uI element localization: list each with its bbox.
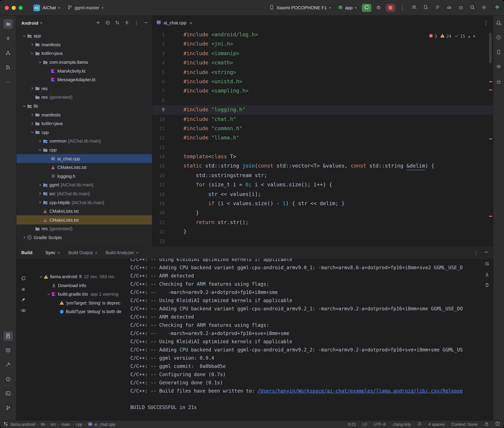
close-icon[interactable]: ×	[95, 250, 97, 255]
tool-strip-app-inspection-icon[interactable]	[495, 77, 503, 86]
code-line-12[interactable]: 12#include "llama.h"	[152, 133, 493, 143]
app-inspection-button[interactable]	[456, 4, 465, 12]
chevron-down-icon[interactable]	[46, 292, 51, 296]
tree-item-ggml[interactable]: ggml[AiChat.lib.main]	[17, 181, 152, 189]
gemini-assistant-button[interactable]	[494, 4, 500, 11]
code-line-14[interactable]: 14template<class T>	[152, 152, 493, 162]
tool-strip-version-control-icon[interactable]	[3, 403, 13, 412]
indent-widget[interactable]: 4 spaces	[428, 422, 445, 427]
tree-item-logging-h[interactable]: Hlogging.h	[17, 172, 152, 181]
tool-strip-structure-icon[interactable]	[3, 48, 13, 58]
clang-tidy-widget[interactable]: .clang-tidy	[392, 422, 411, 427]
tree-item-cmakelists-txt[interactable]: CMakeLists.txt	[17, 216, 152, 224]
breadcrumb-item[interactable]: main	[61, 422, 70, 427]
caret-position-widget[interactable]: 9:21	[348, 422, 356, 427]
build-output-path-link[interactable]: /Users/hanyin/Workspace/ai-chat/examples…	[257, 388, 463, 394]
error-stripe-mark[interactable]	[489, 216, 492, 217]
code-line-21[interactable]: 21 return str.str();	[152, 218, 493, 227]
next-problem-icon[interactable]: ▼	[473, 34, 475, 38]
build-console[interactable]: C/C++: -- Using KleidiAI optimized kerne…	[130, 259, 479, 420]
code-line-2[interactable]: 2#include <jni.h>	[152, 40, 493, 49]
chevron-down-icon[interactable]	[29, 51, 35, 56]
code-line-5[interactable]: 5#include <string>	[152, 68, 493, 77]
debug-button[interactable]	[374, 4, 383, 12]
chevron-right-icon[interactable]	[37, 200, 43, 205]
code-line-6[interactable]: 6#include <unistd.h>	[152, 77, 493, 86]
code-line-10[interactable]: 10#include "chat.h"	[152, 115, 493, 124]
tree-item-messageadapter-kt[interactable]: MessageAdapter.kt	[17, 75, 152, 84]
tree-item-lib[interactable]: lib	[17, 102, 152, 110]
code-line-18[interactable]: 18 str << values[i];	[152, 189, 493, 199]
build-tree-item[interactable]: build.gradle.ktsapp 1 warning	[31, 290, 130, 298]
build-tab-build-output[interactable]: Build Output×	[64, 247, 102, 259]
code-editor[interactable]: 1#include <android/log.h>2#include <jni.…	[152, 30, 493, 246]
chevron-right-icon[interactable]	[29, 113, 35, 117]
minimize-window-button[interactable]	[12, 6, 16, 10]
stop-button[interactable]	[386, 4, 395, 12]
tree-item-res[interactable]: res(generated)	[17, 93, 152, 102]
logcat-toolbar-button[interactable]	[433, 4, 442, 12]
soft-wrap-icon[interactable]	[485, 261, 489, 268]
code-line-16[interactable]: 16 std::ostringstream str;	[152, 171, 493, 180]
tree-item-cmakelists-txt[interactable]: CMakeLists.txt	[17, 207, 152, 216]
build-options-icon[interactable]: ⋮	[474, 250, 478, 255]
code-line-4[interactable]: 4#include <cmath>	[152, 58, 493, 68]
tree-item-cpp[interactable]: cpp	[17, 128, 152, 137]
run-configuration-selector[interactable]: app ▾	[336, 4, 359, 12]
close-icon[interactable]: ×	[58, 250, 60, 255]
tree-item-res[interactable]: res(generated)	[17, 224, 152, 233]
tab-bar-options-icon[interactable]: ⋮	[483, 19, 493, 26]
locate-file-icon[interactable]	[105, 20, 110, 26]
indent-settings-icon[interactable]	[417, 421, 422, 427]
chevron-right-icon[interactable]	[29, 121, 35, 125]
code-line-11[interactable]: 11#include "common.h"	[152, 124, 493, 133]
rerun-button[interactable]	[362, 4, 371, 12]
device-mirroring-button[interactable]	[421, 4, 430, 12]
stop-sync-icon[interactable]	[21, 287, 25, 293]
tree-item-com-example-llama[interactable]: com.example.llama	[17, 58, 152, 67]
chevron-down-icon[interactable]	[37, 148, 43, 152]
code-line-8[interactable]: 8	[152, 96, 493, 105]
build-tree-item[interactable]: llama.android: fi22 sec, 583 ms	[31, 272, 130, 281]
code-line-15[interactable]: 15static std::string join(const std::vec…	[152, 162, 493, 171]
breadcrumb-item[interactable]: cpp	[76, 422, 83, 427]
build-tab-build-analyzer[interactable]: Build Analyzer×	[102, 247, 143, 259]
tree-item-gradle-scripts[interactable]: GGradle Scripts	[17, 233, 152, 242]
clear-all-icon[interactable]	[485, 283, 489, 289]
problems-indicator-icon[interactable]	[495, 421, 500, 427]
profiler-button[interactable]	[445, 4, 453, 12]
editor-scrollbar[interactable]	[489, 33, 492, 63]
breadcrumb-item[interactable]: C+ai_chat.cpp	[88, 422, 115, 427]
tree-item-common[interactable]: common[AiChat.lib.main]	[17, 137, 152, 145]
code-line-9[interactable]: 9#include "logging.h"	[152, 105, 493, 115]
error-stripe-mark[interactable]	[489, 81, 492, 82]
settings-button[interactable]	[480, 4, 488, 12]
change-stripe-mark[interactable]	[489, 138, 492, 140]
code-line-13[interactable]: 13	[152, 143, 493, 152]
close-tab-icon[interactable]: ×	[189, 20, 192, 25]
tool-strip-more-tool-windows-icon[interactable]: ⋯	[3, 77, 13, 86]
add-icon[interactable]	[96, 20, 101, 26]
tree-item-kotlin-java[interactable]: kotlin+java	[17, 119, 152, 128]
chevron-right-icon[interactable]	[37, 183, 43, 187]
tree-item-ai-chat-cpp[interactable]: C+ai_chat.cpp	[17, 154, 152, 163]
close-window-button[interactable]	[5, 6, 9, 10]
prev-problem-icon[interactable]: ▲	[468, 34, 470, 38]
code-line-3[interactable]: 3#include <iomanip>	[152, 49, 493, 58]
scroll-to-end-icon[interactable]	[485, 272, 489, 278]
tree-item-app[interactable]: app	[17, 32, 152, 40]
more-actions-button[interactable]: ⋮	[398, 4, 407, 12]
pin-icon[interactable]	[21, 297, 26, 304]
chevron-down-icon[interactable]	[29, 130, 35, 134]
editor-tab-ai-chat-cpp[interactable]: C+ ai_chat.cpp ×	[152, 16, 196, 30]
tool-strip-project-icon[interactable]	[3, 19, 13, 29]
chevron-down-icon[interactable]	[37, 60, 43, 64]
chevron-down-icon[interactable]	[21, 104, 27, 108]
tree-item-mainactivity-kt[interactable]: MainActivity.kt	[17, 67, 152, 75]
chevron-right-icon[interactable]	[29, 43, 35, 47]
tree-item-cpp-httplib[interactable]: cpp-httplib[AiChat.lib.main]	[17, 198, 152, 207]
breadcrumb-item[interactable]: lib	[41, 422, 45, 427]
collapse-all-icon[interactable]	[125, 20, 129, 26]
search-everywhere-button[interactable]	[468, 4, 477, 12]
tool-strip-pull-requests-icon[interactable]	[3, 62, 13, 72]
